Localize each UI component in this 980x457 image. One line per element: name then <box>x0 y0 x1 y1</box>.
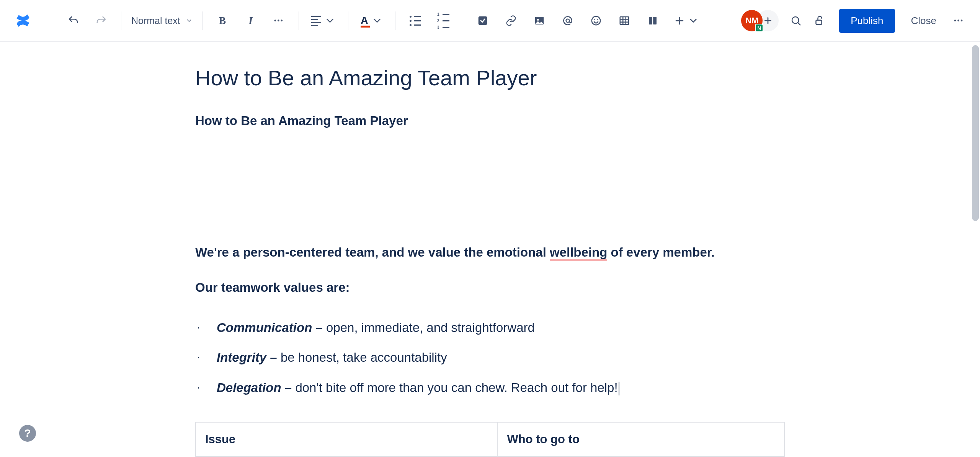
ellipsis-icon: ••• <box>954 17 964 24</box>
content-heading[interactable]: How to Be an Amazing Team Player <box>195 114 785 128</box>
publish-button[interactable]: Publish <box>839 9 895 33</box>
unlocked-icon <box>813 15 825 26</box>
svg-rect-8 <box>649 17 652 24</box>
value-dash: – <box>266 350 281 364</box>
table-header-row: Issue Who to go to <box>196 422 784 457</box>
more-format-button[interactable]: ••• <box>270 11 289 30</box>
text-style-group: Normal text <box>121 11 203 30</box>
intro-text-pre: We're a person-centered team, and we val… <box>195 245 550 259</box>
more-actions-button[interactable]: ••• <box>949 11 969 30</box>
spelling-error[interactable]: wellbeing <box>550 245 607 261</box>
chevron-down-icon <box>371 15 383 26</box>
text-color-dropdown[interactable]: A <box>358 11 385 30</box>
mention-button[interactable] <box>558 11 577 30</box>
value-term: Integrity <box>217 350 266 364</box>
svg-point-2 <box>537 19 539 21</box>
chevron-down-icon <box>186 17 193 24</box>
plus-icon <box>763 16 773 26</box>
layouts-button[interactable] <box>643 11 662 30</box>
chevron-down-icon <box>688 15 699 26</box>
svg-rect-11 <box>816 20 822 24</box>
values-list[interactable]: Communication – open, immediate, and str… <box>195 313 785 403</box>
search-icon <box>790 15 802 26</box>
table-header-cell[interactable]: Who to go to <box>497 422 784 457</box>
link-icon <box>505 15 517 26</box>
presence-indicator: N <box>755 24 763 32</box>
values-label[interactable]: Our teamwork values are: <box>195 278 785 297</box>
value-dash: – <box>312 320 326 335</box>
svg-rect-7 <box>620 17 629 24</box>
italic-button[interactable]: I <box>241 11 260 30</box>
numbered-list-icon: 1 2 3 <box>437 12 449 29</box>
bold-button[interactable]: B <box>213 11 232 30</box>
value-dash: – <box>281 381 296 395</box>
image-icon <box>534 15 545 26</box>
image-button[interactable] <box>530 11 549 30</box>
svg-rect-9 <box>653 17 657 24</box>
editor-toolbar: Normal text B I ••• A <box>0 0 980 42</box>
issue-table[interactable]: Issue Who to go to Workload disputes Alm… <box>195 422 785 457</box>
undo-button[interactable] <box>64 11 83 30</box>
align-group <box>299 11 348 30</box>
value-desc: open, immediate, and straightforward <box>326 320 535 335</box>
value-term: Delegation <box>217 381 281 395</box>
plus-icon <box>674 15 685 26</box>
text-cursor <box>619 382 619 395</box>
color-group: A <box>348 11 395 30</box>
user-avatar[interactable]: NM N <box>741 10 763 31</box>
text-color-icon: A <box>361 15 368 27</box>
scrollbar-thumb[interactable] <box>972 45 979 221</box>
value-desc: be honest, take accountability <box>281 350 447 364</box>
bullet-list-button[interactable] <box>405 11 425 30</box>
list-group: 1 2 3 <box>395 11 463 30</box>
intro-text-post: of every member. <box>607 245 715 259</box>
align-dropdown[interactable] <box>309 11 338 30</box>
chevron-down-icon <box>324 15 336 26</box>
svg-point-4 <box>592 16 601 25</box>
insert-more-dropdown[interactable] <box>671 11 701 30</box>
align-left-icon <box>311 16 321 26</box>
page-content: How to Be an Amazing Team Player How to … <box>195 65 785 457</box>
bold-icon: B <box>219 15 226 27</box>
numbered-list-button[interactable]: 1 2 3 <box>434 11 453 30</box>
checkbox-icon <box>477 15 488 26</box>
value-term: Communication <box>217 320 312 335</box>
value-desc: don't bite off more than you can chew. R… <box>295 381 617 395</box>
redo-button[interactable] <box>92 11 111 30</box>
list-item[interactable]: Integrity – be honest, take accountabili… <box>195 343 785 372</box>
link-button[interactable] <box>501 11 521 30</box>
bullet-list-icon <box>410 16 421 26</box>
confluence-logo[interactable] <box>11 9 34 32</box>
restrictions-button[interactable] <box>809 11 828 30</box>
table-header-cell[interactable]: Issue <box>196 422 497 457</box>
at-icon <box>562 15 573 26</box>
emoji-button[interactable] <box>586 11 606 30</box>
svg-point-10 <box>792 17 799 24</box>
page-title[interactable]: How to Be an Amazing Team Player <box>195 65 785 91</box>
emoji-icon <box>590 15 602 26</box>
help-button[interactable]: ? <box>19 425 36 442</box>
text-style-dropdown[interactable]: Normal text <box>131 15 193 26</box>
format-group: B I ••• <box>203 11 299 30</box>
svg-point-5 <box>594 19 595 20</box>
svg-point-3 <box>566 19 570 23</box>
layouts-icon <box>647 15 658 26</box>
list-item[interactable]: Delegation – don't bite off more than yo… <box>195 373 785 403</box>
text-style-label: Normal text <box>131 15 180 26</box>
editor-canvas[interactable]: How to Be an Amazing Team Player How to … <box>0 42 980 457</box>
collaborator-avatars: NM N <box>741 10 779 31</box>
action-item-button[interactable] <box>473 11 492 30</box>
list-item[interactable]: Communication – open, immediate, and str… <box>195 313 785 343</box>
table-button[interactable] <box>615 11 634 30</box>
insert-group <box>463 11 711 30</box>
history-group <box>54 11 121 30</box>
ellipsis-icon: ••• <box>274 17 284 24</box>
svg-point-6 <box>597 19 598 20</box>
find-replace-button[interactable] <box>786 11 805 30</box>
intro-paragraph[interactable]: We're a person-centered team, and we val… <box>195 243 785 262</box>
italic-icon: I <box>248 15 253 27</box>
table-icon <box>619 15 630 26</box>
close-button[interactable]: Close <box>902 9 946 33</box>
